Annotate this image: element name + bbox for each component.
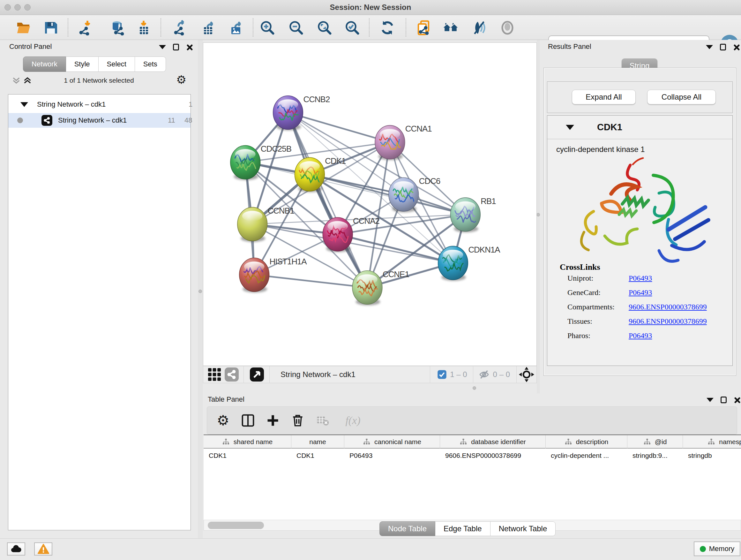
hide-panels-button[interactable] [471,19,488,37]
node-table[interactable]: shared namename canonical name database … [204,435,741,520]
add-column-icon[interactable] [264,412,282,429]
table-panel-close-button[interactable] [734,397,740,403]
results-panel-collapse-button[interactable] [706,45,713,49]
export-image-icon [229,20,244,36]
zoom-selected-button[interactable] [344,19,361,37]
pharos-link[interactable]: P06493 [629,331,652,340]
clone-network-button[interactable] [415,19,432,37]
control-panel-collapse-button[interactable] [159,45,166,49]
table-cell[interactable]: CDK1 [291,449,344,462]
column-header-shared-name[interactable]: shared name [204,435,291,449]
fit-selected-crosshair-icon[interactable] [518,366,535,383]
node-label: RB1 [481,197,496,206]
tab-sets[interactable]: Sets [135,57,166,72]
zoom-in-icon [260,20,275,36]
node-CCNE1[interactable]: CCNE1 [352,270,409,306]
show-columns-icon[interactable] [239,412,257,429]
left-splitter[interactable] [198,40,203,538]
column-type-icon [222,438,230,446]
collapse-entry-icon[interactable] [566,125,574,130]
table-panel-float-button[interactable] [721,396,727,403]
import-network-button[interactable] [77,19,94,37]
genecard-link[interactable]: P06493 [629,288,652,297]
results-panel-float-button[interactable] [720,44,726,51]
status-bar: Memory [0,538,741,560]
selected-checkbox-icon[interactable] [437,370,447,379]
column-header-@id[interactable]: @id [627,435,683,449]
export-network-button[interactable] [172,19,190,37]
edge-CCNB2-CCNA1[interactable] [288,113,390,142]
window-title: Session: New Session [0,3,741,12]
string-home-button[interactable] [442,19,459,37]
cloud-status-button[interactable] [7,543,25,556]
control-panel-title: Control Panel [9,43,52,51]
table-cell[interactable]: cyclin-dependent ... [546,449,627,462]
table-row[interactable]: CDK1CDK1P064939606.ENSP00000378699cyclin… [204,449,741,462]
node-CDKN1A[interactable]: CDKN1A [438,245,501,281]
save-session-button[interactable] [42,19,59,37]
open-session-button[interactable] [15,19,32,37]
column-header-namespace[interactable]: namespace [683,435,741,449]
compartments-link[interactable]: 9606.ENSP00000378699 [629,303,707,311]
table-cell[interactable]: stringdb [683,449,741,462]
network-options-gear-icon[interactable]: ⚙ [176,74,186,85]
control-panel: Control Panel Network Style Select Sets … [0,40,198,538]
tissues-link[interactable]: 9606.ENSP00000378699 [629,317,707,326]
import-table-button[interactable] [135,19,152,37]
node-result-header[interactable]: CDK1 [547,116,732,139]
column-header-canonical-name[interactable]: canonical name [344,435,440,449]
node-HIST1H1A[interactable]: HIST1H1A [239,257,307,293]
zoom-out-button[interactable] [287,19,305,37]
uniprot-link[interactable]: P06493 [629,274,652,283]
column-header-description[interactable]: description [546,435,627,449]
zoom-fit-button[interactable] [316,19,333,37]
horizontal-splitter[interactable] [203,383,537,393]
tab-style[interactable]: Style [66,57,98,72]
tab-edge-table[interactable]: Edge Table [435,521,490,536]
export-table-button[interactable] [201,19,218,37]
grid-view-icon[interactable] [206,366,223,383]
table-cell[interactable]: 9606.ENSP00000378699 [440,449,546,462]
control-panel-close-button[interactable] [186,44,192,51]
refresh-button[interactable] [379,19,396,37]
table-cell[interactable]: P06493 [344,449,440,462]
warnings-button[interactable] [34,543,52,556]
table-panel-collapse-button[interactable] [706,398,714,402]
export-image-button[interactable] [228,19,245,37]
network-row-selected[interactable]: String Network – cdk1 11 48 [8,113,191,128]
zoom-out-icon [288,20,304,36]
zoom-in-button[interactable] [259,19,276,37]
tab-select[interactable]: Select [98,57,135,72]
column-header-name[interactable]: name [291,435,344,449]
expand-all-button[interactable]: Expand All [572,90,636,105]
tab-node-table[interactable]: Node Table [380,521,435,536]
column-type-icon [564,438,572,446]
tab-network-table[interactable]: Network Table [490,521,556,536]
network-collection-row[interactable]: String Network – cdk1 1 [8,97,191,112]
tab-network[interactable]: Network [23,57,66,72]
presentation-mode-button[interactable] [499,19,516,37]
memory-button[interactable]: Memory [694,542,740,556]
results-panel-close-button[interactable] [733,44,739,51]
crosslink-row: GeneCard: P06493 [567,288,727,303]
import-database-button[interactable] [109,19,126,37]
clone-network-icon [416,20,431,36]
tree-expander-icon[interactable] [20,102,28,107]
node-RB1[interactable]: RB1 [451,197,496,233]
table-cell[interactable]: CDK1 [204,449,291,462]
control-panel-float-button[interactable] [173,44,179,51]
scrollbar-thumb[interactable] [208,522,264,529]
string-style-icon[interactable] [223,366,240,383]
edge-CDC25B-CDC6[interactable] [246,162,404,194]
node-CDK1[interactable]: CDK1 [294,157,346,192]
table-settings-gear-icon[interactable]: ⚙ [214,412,232,429]
main-toolbar: ? [0,15,741,40]
edge-HIST1H1A-CCNE1[interactable] [254,275,367,288]
table-cell[interactable]: stringdb:9... [627,449,683,462]
delete-column-icon[interactable] [289,412,307,429]
birdseye-view-icon[interactable] [248,366,266,383]
collapse-all-button[interactable]: Collapse All [647,90,716,105]
network-label: String Network – cdk1 [58,116,127,125]
column-header-database-identifier[interactable]: database identifier [440,435,546,449]
network-canvas[interactable]: CCNB2CCNA1CDC25BCDK1CDC6RB1CCNB1CCNA2CDK… [203,43,537,366]
